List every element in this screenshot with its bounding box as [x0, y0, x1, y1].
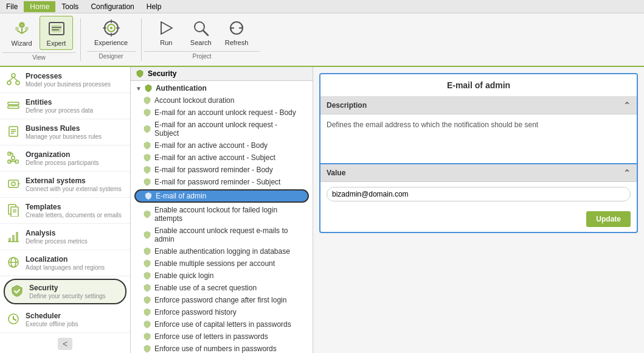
tree-item-16[interactable]: Enforce use of capital letters in passwo…	[131, 318, 313, 330]
description-label: Description	[327, 101, 367, 110]
tree-item-icon-16	[143, 320, 151, 329]
tree-item-9[interactable]: Enable account unlock request e-mails to…	[131, 225, 313, 245]
svg-line-5	[17, 30, 22, 33]
detail-description-header: Description ⌃	[320, 97, 637, 114]
tree-item-12[interactable]: Enable quick login	[131, 270, 313, 282]
svg-point-1	[15, 27, 19, 30]
sidebar-item-processes[interactable]: Processes Model your business processes	[0, 67, 130, 93]
tree-item-8[interactable]: Enable account lockout for failed login …	[131, 204, 313, 225]
detail-description-section: Description ⌃ Defines the email address …	[320, 97, 637, 163]
sidebar-item-templates[interactable]: Templates Create letters, documents or e…	[0, 198, 130, 224]
search-button[interactable]: Search	[184, 16, 218, 49]
tree-item-18[interactable]: Enforce use of numbers in passwords	[131, 343, 313, 353]
tree-item-email-admin[interactable]: E-mail of admin	[134, 189, 309, 203]
security-desc: Define your security settings	[29, 293, 106, 299]
localization-icon	[6, 255, 21, 270]
svg-marker-18	[161, 22, 172, 34]
tree-item-0[interactable]: Account lockout duration	[131, 94, 313, 107]
templates-icon	[6, 203, 21, 217]
svg-rect-50	[16, 232, 18, 242]
tree-item-14[interactable]: Enforce password change after first logi…	[131, 294, 313, 306]
sidebar-item-localization[interactable]: Localization Adapt languages and regions	[0, 250, 130, 276]
tree-item-icon-11	[143, 259, 151, 268]
business-rules-title: Business Rules	[26, 124, 102, 133]
tree-item-11[interactable]: Enable multiple sessions per account	[131, 257, 313, 270]
tree-item-icon-17	[143, 332, 151, 341]
tree-item-5[interactable]: E-mail for password reminder - Body	[131, 164, 313, 176]
tree-item-icon-15	[143, 308, 151, 316]
toolbar-divider-1	[80, 18, 81, 61]
tree-item-6[interactable]: E-mail for password reminder - Subject	[131, 176, 313, 188]
center-panel: Security ▼ Authentication Account locko	[131, 67, 313, 353]
wizard-button[interactable]: Wizard	[5, 16, 38, 50]
menu-tools[interactable]: Tools	[55, 1, 85, 12]
analysis-title: Analysis	[26, 229, 88, 237]
scheduler-title: Scheduler	[26, 312, 78, 320]
expert-button[interactable]: Expert	[40, 16, 73, 50]
sidebar-item-scheduler[interactable]: Scheduler Execute offline jobs	[0, 307, 130, 333]
svg-rect-48	[9, 238, 11, 242]
tree-item-2[interactable]: E-mail for an account unlock request - S…	[131, 119, 313, 139]
sidebar-item-analysis[interactable]: Analysis Define process metrics	[0, 224, 130, 250]
tree-item-4[interactable]: E-mail for an active account - Subject	[131, 152, 313, 164]
menu-help[interactable]: Help	[140, 1, 168, 12]
refresh-button[interactable]: Refresh	[219, 16, 255, 49]
tree-item-13[interactable]: Enable use of a secret question	[131, 282, 313, 294]
tree-item-3[interactable]: E-mail for an active account - Body	[131, 139, 313, 152]
detail-card: E-mail of admin Description ⌃ Defines th…	[319, 73, 638, 233]
tree-item-icon-9	[143, 231, 151, 239]
menu-configuration[interactable]: Configuration	[85, 1, 140, 12]
designer-group-label: Designer	[87, 51, 136, 60]
tree-item-17[interactable]: Enforce use of letters in passwords	[131, 330, 313, 343]
project-group-label: Project	[144, 51, 260, 60]
sidebar-collapse-button[interactable]: <	[58, 338, 72, 350]
analysis-desc: Define process metrics	[26, 238, 88, 245]
processes-text: Processes Model your business processes	[26, 72, 111, 88]
view-group-label: View	[2, 52, 75, 61]
analysis-text: Analysis Define process metrics	[26, 229, 88, 245]
tree-item-icon-1	[143, 108, 151, 117]
sidebar-item-business-rules[interactable]: Business Rules Manage your business rule…	[0, 119, 130, 145]
templates-title: Templates	[26, 203, 122, 211]
svg-line-25	[13, 77, 18, 81]
menubar: File Home Tools Configuration Help	[0, 0, 644, 13]
svg-rect-34	[12, 156, 15, 159]
sidebar-item-security[interactable]: Security Define your security settings	[4, 279, 126, 304]
entities-desc: Define your process data	[26, 107, 93, 114]
svg-rect-41	[9, 180, 18, 187]
security-icon	[10, 284, 24, 298]
center-tree-scroll[interactable]: ▼ Authentication Account lockout duratio…	[131, 81, 313, 353]
organization-text: Organization Define process participants	[26, 150, 99, 166]
tree-item-icon-6	[143, 178, 151, 186]
expert-icon	[47, 19, 66, 38]
update-button[interactable]: Update	[586, 211, 631, 227]
search-label: Search	[190, 39, 212, 46]
svg-point-21	[12, 74, 15, 77]
experience-label: Experience	[94, 39, 128, 46]
sidebar-item-entities[interactable]: Entities Define your process data	[0, 93, 130, 119]
sidebar-item-external-systems[interactable]: External systems Connect with your exter…	[0, 172, 130, 198]
tree-item-icon-14	[143, 296, 151, 304]
menu-file[interactable]: File	[0, 1, 24, 12]
value-input-field[interactable]	[327, 187, 631, 201]
search-icon	[191, 18, 210, 38]
external-systems-title: External systems	[26, 177, 122, 185]
sidebar-item-organization[interactable]: Organization Define process participants	[0, 145, 130, 172]
entities-text: Entities Define your process data	[26, 98, 93, 114]
run-button[interactable]: Run	[150, 16, 183, 49]
menu-home[interactable]: Home	[24, 1, 55, 12]
tree-item-icon-13	[143, 284, 151, 292]
tree-item-1[interactable]: E-mail for an account unlock request - B…	[131, 107, 313, 119]
tree-authentication-parent[interactable]: ▼ Authentication	[131, 82, 313, 94]
svg-rect-49	[12, 235, 15, 242]
tree-item-10[interactable]: Enable authentication logging in databas…	[131, 245, 313, 257]
tree-item-icon-8	[143, 210, 151, 218]
description-collapse-icon[interactable]: ⌃	[623, 100, 631, 110]
experience-button[interactable]: Experience	[88, 16, 134, 49]
tree-item-15[interactable]: Enforce password history	[131, 306, 313, 318]
svg-line-57	[13, 319, 16, 320]
value-collapse-icon[interactable]: ⌃	[623, 168, 631, 178]
wizard-icon	[12, 19, 32, 38]
detail-value-section: Value ⌃ Update	[320, 163, 637, 227]
toolbar-designer-section: Experience Designer	[83, 13, 139, 66]
